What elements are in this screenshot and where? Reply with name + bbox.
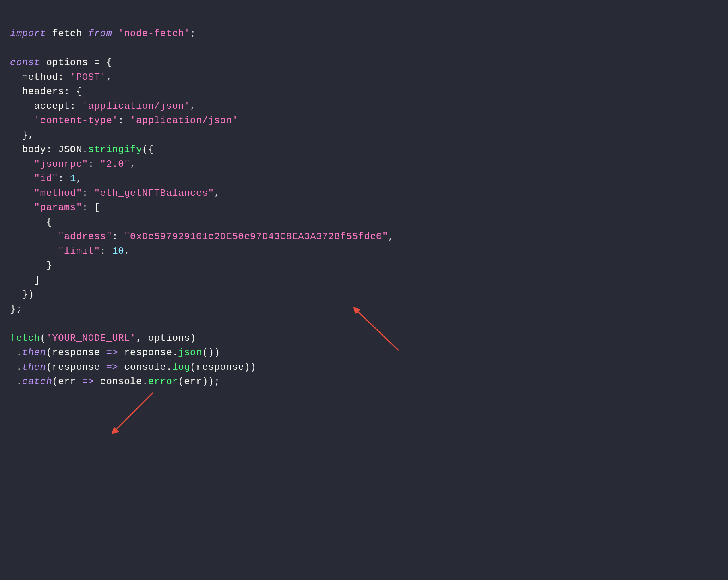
keyword-from: from — [88, 28, 112, 39]
string-accept: 'application/json' — [82, 101, 190, 112]
number-limit: 10 — [112, 246, 124, 257]
method-log: log — [172, 362, 190, 373]
string-jsonrpc-val: "2.0" — [100, 159, 130, 170]
string-post: 'POST' — [70, 72, 106, 83]
number-id: 1 — [70, 173, 76, 184]
keyword-import: import — [10, 28, 46, 39]
string-content-type: 'application/json' — [130, 115, 238, 126]
keyword-then: then — [22, 347, 46, 358]
svg-line-3 — [115, 393, 153, 431]
annotation-arrow-node-url — [109, 387, 161, 439]
method-error: error — [148, 376, 178, 387]
code-editor: import fetch from 'node-fetch'; const op… — [10, 12, 718, 389]
string-method-val: "eth_getNFTBalances" — [94, 188, 214, 199]
string-node-url: 'YOUR_NODE_URL' — [46, 333, 136, 344]
method-fetch: fetch — [10, 333, 40, 344]
string-address-val: "0xDc597929101c2DE50c97D43C8EA3A372Bf55f… — [124, 231, 388, 242]
method-json: json — [178, 347, 202, 358]
method-stringify: stringify — [88, 144, 142, 155]
keyword-const: const — [10, 57, 40, 68]
keyword-catch: catch — [22, 376, 52, 387]
string-node-fetch: 'node-fetch' — [112, 28, 190, 39]
